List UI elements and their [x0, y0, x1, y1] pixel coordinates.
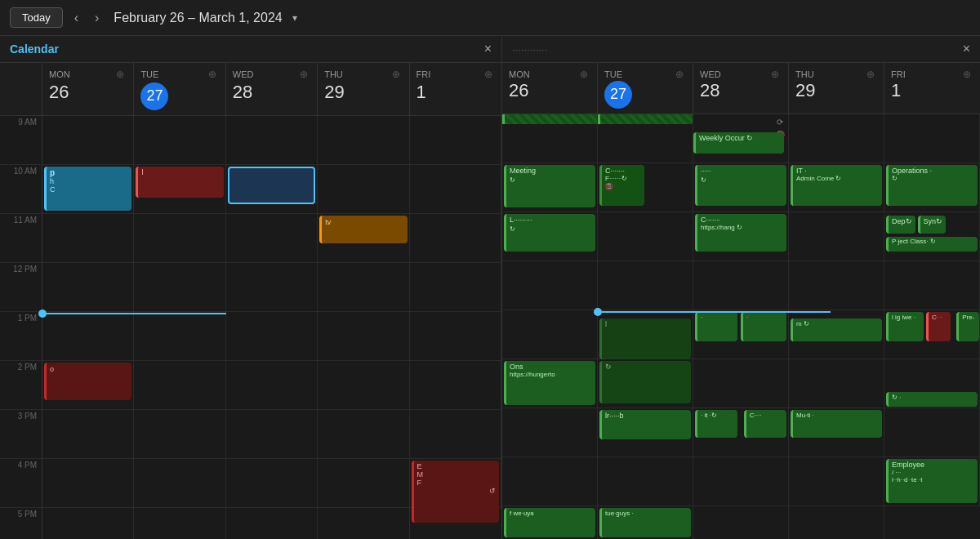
cell-mon-10am[interactable]: p h C	[42, 165, 134, 214]
r-cell-mon-4pm[interactable]	[502, 457, 598, 506]
cell-fri-3pm[interactable]	[410, 410, 501, 459]
r-cell-fri-11am[interactable]: Dep↻ Syn↻ P·ject Class· ↻	[884, 212, 980, 261]
r-event-thu-3pm[interactable]: Mu·ti ·	[791, 410, 882, 438]
add-event-fri-icon[interactable]: ⊕	[482, 68, 495, 81]
r-event-fri-1pm-c[interactable]: Pre-	[956, 312, 979, 341]
cell-thu-2pm[interactable]	[318, 361, 409, 410]
r-event-fri-dep[interactable]: Dep↻	[886, 216, 915, 234]
r-cell-thu-3pm[interactable]: Mu·ti ·	[789, 408, 884, 457]
r-event-fri-syn[interactable]: Syn↻	[918, 216, 947, 234]
cell-wed-9am[interactable]	[226, 116, 318, 165]
r-cell-wed-2pm[interactable]	[693, 359, 789, 408]
r-cell-tue-5pm[interactable]: tue·guys ·	[598, 506, 693, 539]
r-cell-wed-11am[interactable]: C······· https://hang ↻	[693, 212, 789, 261]
cell-mon-4pm[interactable]	[42, 459, 134, 508]
event-mon-10am[interactable]: p h C	[44, 167, 131, 211]
cell-wed-1pm[interactable]	[226, 312, 318, 361]
cell-wed-2pm[interactable]	[226, 361, 318, 410]
add-event-thu-icon[interactable]: ⊕	[390, 68, 403, 81]
r-cell-fri-5pm[interactable]	[884, 506, 980, 539]
next-nav-button[interactable]: ›	[90, 9, 104, 27]
r-event-mon-5pm[interactable]: f we·uya	[504, 508, 595, 537]
right-time-grid-scroll[interactable]: ⟳ 📵 Weekly Occur ↻ Meeting ↻	[502, 114, 980, 539]
add-event-tue-icon[interactable]: ⊕	[206, 68, 219, 81]
r-event-wed-1pm-b[interactable]: ·	[741, 312, 786, 341]
right-add-event-tue-icon[interactable]: ⊕	[673, 68, 686, 81]
cell-fri-1pm[interactable]	[410, 312, 501, 361]
r-cell-thu-4pm[interactable]	[789, 457, 884, 506]
event-mon-2pm[interactable]: o	[44, 363, 131, 400]
right-add-event-wed-icon[interactable]: ⊕	[768, 68, 782, 81]
cell-wed-10am[interactable]	[226, 165, 318, 214]
r-cell-thu-2pm[interactable]	[789, 359, 884, 408]
cell-tue-12pm[interactable]	[134, 263, 225, 312]
r-cell-fri-4pm[interactable]: Employee / ··· l··h··d ·te ·t	[884, 457, 980, 506]
r-event-thu-1pm[interactable]: m ↻	[791, 318, 882, 341]
r-event-fri-2pm-a[interactable]: ↻ ·	[886, 392, 978, 407]
r-event-wed-3pm-a[interactable]: · it ·↻	[695, 410, 737, 438]
r-event-tue-2pm[interactable]: ↻	[599, 361, 691, 403]
r-cell-tue-9am[interactable]	[598, 114, 693, 163]
r-cell-thu-10am[interactable]: IT · Admin Come ↻	[789, 163, 884, 212]
r-cell-mon-10am[interactable]: Meeting ↻	[502, 163, 598, 212]
cell-tue-11am[interactable]	[134, 214, 225, 263]
r-cell-thu-1pm[interactable]: m ↻	[789, 310, 884, 359]
cell-mon-3pm[interactable]	[42, 410, 134, 459]
r-event-mon-11am[interactable]: L········· ↻	[504, 214, 595, 252]
r-event-fri-1pm-a[interactable]: l ig lwe ·	[886, 312, 924, 341]
r-cell-tue-11am[interactable]	[598, 212, 693, 261]
r-cell-thu-12pm[interactable]	[789, 261, 884, 310]
r-cell-wed-1pm[interactable]: · ·	[693, 310, 789, 359]
cell-tue-2pm[interactable]	[134, 361, 225, 410]
event-wed-10am[interactable]	[228, 167, 315, 204]
r-cell-fri-1pm[interactable]: l ig lwe · C· · Pre-	[884, 310, 980, 359]
r-cell-wed-4pm[interactable]	[693, 457, 789, 506]
cell-wed-11am[interactable]	[226, 214, 318, 263]
r-cell-fri-2pm[interactable]: ↻ ·	[884, 359, 980, 408]
event-thu-11am[interactable]: tv	[319, 216, 407, 243]
cell-fri-11am[interactable]	[410, 214, 501, 263]
r-cell-wed-10am[interactable]: ····· ↻	[693, 163, 789, 212]
r-event-mon-meeting[interactable]: Meeting ↻	[504, 165, 595, 207]
r-cell-mon-11am[interactable]: L········· ↻	[502, 212, 598, 261]
add-event-mon-icon[interactable]: ⊕	[114, 68, 127, 81]
right-add-event-mon-icon[interactable]: ⊕	[577, 68, 590, 81]
cell-thu-9am[interactable]	[318, 116, 409, 165]
event-fri-4pm[interactable]: E M F ↺	[412, 461, 499, 523]
cell-mon-12pm[interactable]	[42, 263, 134, 312]
r-event-fri-10am[interactable]: Operations · ↻	[886, 165, 978, 206]
cell-mon-5pm[interactable]	[42, 508, 134, 539]
r-cell-mon-1pm[interactable]	[502, 310, 598, 359]
r-cell-wed-5pm[interactable]	[693, 506, 789, 539]
cell-mon-9am[interactable]	[42, 116, 134, 165]
cell-thu-3pm[interactable]	[318, 410, 409, 459]
cell-tue-10am[interactable]: l	[134, 165, 225, 214]
r-cell-thu-5pm[interactable]	[789, 506, 884, 539]
r-cell-mon-3pm[interactable]	[502, 408, 598, 457]
r-event-fri-4pm[interactable]: Employee / ··· l··h··d ·te ·t	[886, 459, 978, 503]
cell-tue-4pm[interactable]	[134, 459, 225, 508]
r-event-tue-allday[interactable]	[598, 114, 693, 124]
cell-thu-4pm[interactable]	[318, 459, 409, 508]
cell-tue-5pm[interactable]	[134, 508, 225, 539]
r-event-wed-10am[interactable]: ····· ↻	[695, 165, 786, 206]
cell-wed-5pm[interactable]	[226, 508, 318, 539]
left-panel-close-button[interactable]: ×	[484, 42, 492, 56]
cell-wed-3pm[interactable]	[226, 410, 318, 459]
r-event-fri-project[interactable]: P·ject Class· ↻	[886, 237, 978, 252]
r-cell-tue-3pm[interactable]: lr·····b	[598, 408, 693, 457]
event-tue-10am[interactable]: l	[136, 167, 223, 198]
r-cell-fri-9am[interactable]	[884, 114, 980, 163]
r-cell-fri-3pm[interactable]	[884, 408, 980, 457]
r-event-wed-11am[interactable]: C······· https://hang ↻	[695, 214, 786, 252]
r-event-wed-weekly[interactable]: Weekly Occur ↻	[693, 132, 784, 154]
cell-fri-9am[interactable]	[410, 116, 501, 165]
cell-fri-4pm[interactable]: E M F ↺	[410, 459, 501, 508]
cell-thu-10am[interactable]	[318, 165, 409, 214]
right-panel-close-button[interactable]: ×	[963, 42, 970, 56]
r-cell-wed-12pm[interactable]	[693, 261, 789, 310]
today-button[interactable]: Today	[10, 7, 63, 28]
date-range-dropdown-icon[interactable]: ▾	[292, 12, 297, 24]
r-event-wed-1pm-a[interactable]: ·	[695, 312, 737, 341]
cell-thu-1pm[interactable]	[318, 312, 409, 361]
